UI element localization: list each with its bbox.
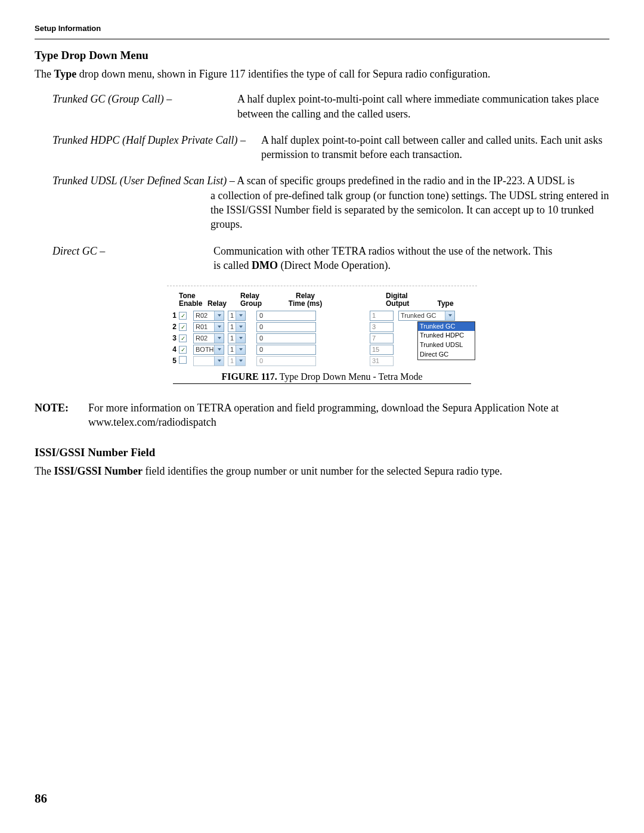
digital-output-input[interactable]: 1 [370,311,398,321]
type-option[interactable]: Trunked GC [418,322,475,332]
figure-caption: FIGURE 117. Type Drop Down Menu - Tetra … [35,371,609,382]
col-head-output: Output [386,300,416,308]
caption-bold: FIGURE 117. [221,371,277,382]
row-number: 1 [167,311,179,320]
figure-content: Tone Relay Relay Digital Enable Relay Gr… [167,286,477,366]
intro-post: field identifies the group number or uni… [143,465,502,477]
tone-enable-checkbox[interactable]: ✓ [179,323,193,332]
relay-select[interactable] [193,356,228,366]
chevron-down-icon [214,311,224,320]
digital-output-input[interactable]: 15 [370,345,398,355]
row-number: 2 [167,323,179,331]
relay-time-input[interactable]: 0 [250,311,328,321]
relay-select[interactable]: BOTH [193,345,228,355]
type-select[interactable]: Trunked GC [398,311,459,321]
page-number: 86 [35,791,47,806]
note-label: NOTE: [35,401,88,430]
def-term: Trunked GC (Group Call) – [52,92,237,121]
col-head-type: Type [416,300,475,308]
figure-row: 1✓R02101Trunked GC [167,310,477,321]
digital-output-input[interactable]: 31 [370,356,398,366]
figure-117: Tone Relay Relay Digital Enable Relay Gr… [35,286,609,366]
tone-enable-checkbox[interactable]: ✓ [179,311,193,320]
col-head-enable: Enable [179,300,208,308]
def-row-direct-gc: Direct GC – Communication with other TET… [52,244,609,273]
note-text: For more information on TETRA operation … [88,401,609,430]
definitions: Trunked GC (Group Call) – A half duplex … [35,92,609,272]
running-head: Setup Information [35,24,609,33]
caption-rest: Type Drop Down Menu - Tetra Mode [277,371,423,382]
def-desc-cont-post: (Direct Mode Operation). [278,259,391,271]
intro-bold: Type [54,68,76,80]
col-head-relay-time-2: Time (ms) [267,300,344,308]
relay-select[interactable]: R02 [193,311,228,321]
def-term: Trunked HDPC (Half Duplex Private Call) … [52,133,261,162]
def-desc: Communication with other TETRA radios wi… [213,244,609,273]
relay-select[interactable]: R02 [193,333,228,343]
chevron-down-icon [236,334,245,343]
caption-rule [173,383,471,384]
chevron-down-icon [236,345,245,354]
relay-time-input[interactable]: 0 [250,333,328,343]
type-dropdown-listbox[interactable]: Trunked GCTrunked HDPCTrunked UDSLDirect… [417,321,475,360]
relay-group-select[interactable]: 1 [228,311,250,321]
chevron-down-icon [214,334,224,343]
chevron-down-icon [214,345,224,354]
chevron-down-icon [445,311,454,320]
def-desc-lead: A scan of specific groups predefined in … [235,175,575,187]
def-desc: A half duplex point-to-multi-point call … [237,92,609,121]
def-desc-lead: Communication with other TETRA radios wi… [213,245,552,257]
type-option[interactable]: Trunked HDPC [418,331,475,340]
section-intro-2: The ISSI/GSSI Number field identifies th… [35,464,609,478]
col-head-group: Group [240,300,267,308]
def-desc: A half duplex point-to-point call betwee… [261,133,609,162]
row-number: 5 [167,357,179,365]
relay-time-input[interactable]: 0 [250,345,328,355]
tone-enable-checkbox[interactable] [179,356,193,366]
page: Setup Information Type Drop Down Menu Th… [0,0,644,833]
section-heading-issi-gssi: ISSI/GSSI Number Field [35,446,609,459]
chevron-down-icon [214,323,224,332]
relay-time-input[interactable]: 0 [250,356,328,366]
digital-output-input[interactable]: 7 [370,333,398,343]
relay-group-select[interactable]: 1 [228,322,250,332]
section-heading-type-dropdown: Type Drop Down Menu [35,49,609,62]
type-option[interactable]: Direct GC [418,350,475,360]
chevron-down-icon [236,311,245,320]
section-intro-1: The Type drop down menu, shown in Figure… [35,67,609,81]
def-desc-cont: a collection of pre-defined talk group (… [210,188,609,232]
relay-group-select[interactable]: 1 [228,333,250,343]
tone-enable-checkbox[interactable]: ✓ [179,345,193,354]
def-row-trunked-hdpc: Trunked HDPC (Half Duplex Private Call) … [52,133,609,162]
def-term: Direct GC – [52,244,213,273]
def-row-trunked-udsl: Trunked UDSL (User Defined Scan List) – … [52,174,609,231]
type-option[interactable]: Trunked UDSL [418,340,475,350]
row-number: 4 [167,345,179,354]
note: NOTE: For more information on TETRA oper… [35,401,609,430]
relay-group-select[interactable]: 1 [228,356,250,366]
relay-select[interactable]: R01 [193,322,228,332]
intro-pre: The [35,68,54,80]
chevron-down-icon [236,323,245,332]
relay-time-input[interactable]: 0 [250,322,328,332]
def-desc-cont-pre: is called [213,259,252,271]
tone-enable-checkbox[interactable]: ✓ [179,334,193,343]
intro-pre: The [35,465,54,477]
relay-group-select[interactable]: 1 [228,345,250,355]
def-term: Trunked UDSL (User Defined Scan List) – [52,175,235,187]
intro-bold: ISSI/GSSI Number [54,465,143,477]
def-desc-cont-bold: DMO [252,259,278,271]
def-row-trunked-gc: Trunked GC (Group Call) – A half duplex … [52,92,609,121]
header-rule [35,39,609,39]
row-number: 3 [167,334,179,342]
digital-output-input[interactable]: 3 [370,322,398,332]
chevron-down-icon [236,357,245,366]
intro-post: drop down menu, shown in Figure 117 iden… [76,68,490,80]
col-head-relay2: Relay [208,300,240,308]
chevron-down-icon [214,357,224,366]
